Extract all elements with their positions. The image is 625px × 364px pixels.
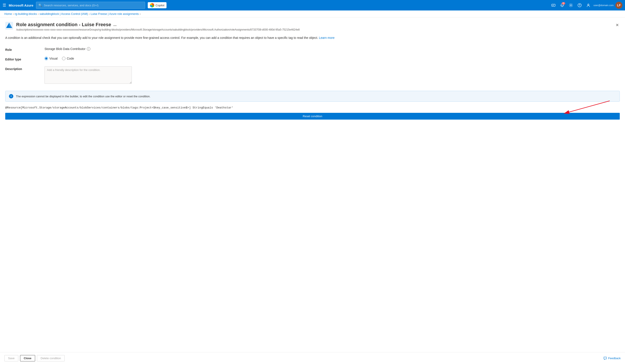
panel-title-area: Role assignment condition - Luise Freese… (16, 22, 615, 31)
breadcrumb-role-assignments[interactable]: Luise Freese | Azure role assignments (91, 12, 139, 15)
radio-group: Visual Code (44, 57, 74, 60)
panel-title: Role assignment condition - Luise Freese… (16, 22, 615, 28)
description-textarea[interactable] (44, 66, 132, 84)
info-banner-icon: i (9, 94, 13, 98)
delete-condition-button[interactable]: Delete condition (37, 355, 64, 361)
panel-subtitle: /subscriptions/xxxxxxxx-xxxx-xxxx-xxxx-x… (16, 28, 615, 31)
cloud-shell-icon[interactable] (550, 2, 557, 9)
svg-point-3 (579, 6, 580, 6)
visual-radio-option[interactable]: Visual (44, 57, 58, 60)
search-icon: 🔍 (38, 3, 42, 7)
breadcrumb-sep-2: › (38, 12, 39, 15)
role-label: Role (5, 47, 36, 52)
panel-ellipsis-button[interactable]: ... (113, 23, 117, 27)
search-input[interactable] (44, 4, 143, 7)
azure-logo: Microsoft Azure (9, 3, 33, 7)
copilot-button[interactable]: Copilot (148, 2, 166, 8)
code-section: @Resource[Microsoft.Storage/storageAccou… (0, 105, 625, 113)
copilot-icon (150, 3, 154, 7)
reset-condition-button[interactable]: Reset condition (5, 113, 620, 120)
search-bar[interactable]: 🔍 (36, 2, 145, 9)
svg-point-1 (570, 5, 571, 6)
role-value: Storage Blob Data Contributor i (44, 47, 620, 51)
form-section: Role Storage Blob Data Contributor i Edi… (0, 44, 625, 87)
user-info: user@domain.com (594, 4, 614, 6)
breadcrumb-rg[interactable]: rg-building-blocks (15, 12, 37, 15)
svg-point-4 (588, 4, 589, 5)
main-panel: Role assignment condition - Luise Freese… (0, 17, 625, 352)
code-expression: @Resource[Microsoft.Storage/storageAccou… (5, 106, 620, 109)
save-button[interactable]: Save (4, 355, 18, 361)
panel-title-text: Role assignment condition - Luise Freese (16, 22, 111, 28)
notifications-icon[interactable]: 8 (559, 2, 566, 9)
description-value (44, 66, 620, 84)
info-banner-text: The expression cannot be displayed in th… (16, 95, 150, 98)
feedback-label: Feedback (608, 357, 621, 360)
role-row: Role Storage Blob Data Contributor i (5, 45, 620, 54)
code-label: Code (67, 57, 74, 60)
description-row: Description (5, 64, 620, 87)
breadcrumb: Home › rg-building-blocks › sabuildingbl… (0, 10, 625, 17)
breadcrumb-sep-3: › (89, 12, 90, 15)
user-settings-icon[interactable] (585, 2, 592, 9)
panel-header: Role assignment condition - Luise Freese… (0, 17, 625, 34)
code-radio-option[interactable]: Code (62, 57, 74, 60)
description-text: A condition is an additional check that … (5, 36, 318, 39)
visual-radio[interactable] (44, 57, 48, 60)
close-icon[interactable]: ✕ (615, 22, 620, 28)
feedback-button[interactable]: Feedback (603, 357, 621, 360)
breadcrumb-home[interactable]: Home (4, 12, 12, 15)
close-button[interactable]: Close (20, 355, 35, 361)
feedback-icon (603, 357, 607, 360)
info-banner: i The expression cannot be displayed in … (5, 91, 620, 102)
role-info-icon[interactable]: i (87, 47, 90, 51)
settings-icon[interactable] (567, 2, 574, 9)
panel-description: A condition is an additional check that … (0, 34, 625, 44)
editor-type-row: Editor type Visual Code (5, 54, 620, 64)
breadcrumb-sep-1: › (13, 12, 14, 15)
user-avatar[interactable]: LF (615, 2, 622, 9)
copilot-label: Copilot (156, 4, 164, 7)
panel-icon (5, 22, 13, 30)
notification-badge: 8 (562, 2, 565, 4)
footer: Save Close Delete condition Feedback (0, 352, 625, 364)
learn-more-link[interactable]: Learn more (319, 36, 335, 39)
top-navigation: ☰ Microsoft Azure 🔍 Copilot 8 user@domai… (0, 0, 625, 10)
hamburger-menu[interactable]: ☰ (3, 3, 6, 8)
editor-type-label: Editor type (5, 57, 36, 61)
help-icon[interactable] (576, 2, 583, 9)
editor-type-options: Visual Code (44, 57, 620, 60)
breadcrumb-iam[interactable]: sabuildingblock | Access Control (IAM) (39, 12, 88, 15)
breadcrumb-sep-4: › (140, 12, 141, 15)
visual-label: Visual (49, 57, 58, 60)
code-radio[interactable] (62, 57, 65, 60)
nav-icon-group: 8 user@domain.com LF (550, 2, 622, 9)
role-text: Storage Blob Data Contributor (44, 47, 86, 51)
description-label: Description (5, 66, 36, 71)
